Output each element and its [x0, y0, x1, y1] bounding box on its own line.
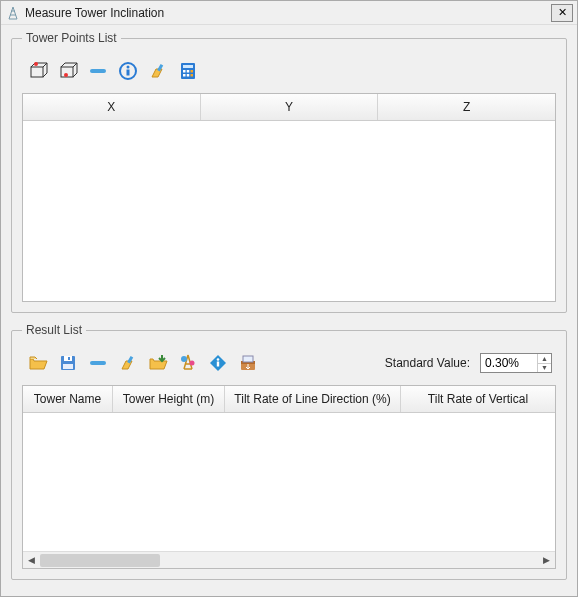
points-table-body	[23, 121, 555, 301]
delete-icon	[88, 61, 108, 81]
standard-value-input[interactable]	[481, 354, 537, 372]
content: Tower Points List	[1, 25, 577, 596]
svg-rect-26	[127, 356, 133, 364]
measure-top-icon	[28, 61, 48, 81]
spin-up-button[interactable]: ▲	[537, 354, 551, 364]
svg-rect-9	[127, 70, 130, 76]
spin-down-button[interactable]: ▼	[537, 364, 551, 373]
points-table-header: X Y Z	[23, 94, 555, 121]
svg-rect-11	[157, 64, 163, 72]
svg-rect-23	[63, 364, 73, 369]
scroll-track[interactable]	[40, 552, 538, 568]
calculate-button[interactable]	[176, 59, 200, 83]
open-button[interactable]	[26, 351, 50, 375]
points-col-y[interactable]: Y	[201, 94, 379, 120]
points-group: Tower Points List	[11, 31, 567, 313]
info-icon	[208, 353, 228, 373]
delete-icon	[88, 353, 108, 373]
svg-rect-13	[183, 65, 193, 68]
svg-rect-18	[187, 74, 190, 77]
delete-button[interactable]	[86, 59, 110, 83]
points-legend: Tower Points List	[22, 31, 121, 45]
close-button[interactable]: ✕	[551, 4, 573, 22]
result-delete-button[interactable]	[86, 351, 110, 375]
scroll-thumb[interactable]	[40, 554, 160, 567]
clear-icon	[118, 353, 138, 373]
svg-marker-25	[122, 361, 132, 369]
svg-rect-31	[217, 362, 219, 367]
result-group: Result List	[11, 323, 567, 580]
load-icon	[148, 353, 168, 373]
svg-line-4	[73, 63, 77, 67]
svg-point-2	[34, 62, 38, 66]
svg-point-28	[190, 361, 195, 366]
svg-point-5	[64, 73, 68, 77]
clear-icon	[148, 61, 168, 81]
info-icon	[118, 61, 138, 81]
standard-value-label: Standard Value:	[385, 356, 470, 370]
result-info-button[interactable]	[206, 351, 230, 375]
result-hscrollbar[interactable]: ◀ ▶	[23, 551, 555, 568]
result-table: Tower Name Tower Height (m) Tilt Rate of…	[22, 385, 556, 569]
open-icon	[28, 353, 48, 373]
clear-button[interactable]	[146, 59, 170, 83]
standard-value-spinner[interactable]: ▲ ▼	[480, 353, 552, 373]
measure-bottom-button[interactable]	[56, 59, 80, 83]
calculate-icon	[178, 61, 198, 81]
points-toolbar	[22, 53, 556, 93]
app-icon	[5, 5, 21, 21]
svg-point-30	[217, 358, 220, 361]
svg-rect-22	[68, 357, 70, 360]
info-button[interactable]	[116, 59, 140, 83]
points-col-z[interactable]: Z	[378, 94, 555, 120]
svg-line-1	[43, 63, 47, 67]
import-icon	[178, 353, 198, 373]
result-table-header: Tower Name Tower Height (m) Tilt Rate of…	[23, 386, 555, 413]
svg-rect-16	[191, 70, 194, 73]
svg-rect-24	[90, 361, 106, 365]
result-clear-button[interactable]	[116, 351, 140, 375]
svg-rect-14	[183, 70, 186, 73]
scroll-left-button[interactable]: ◀	[23, 552, 40, 568]
save-icon	[58, 353, 78, 373]
result-col-tilt-line[interactable]: Tilt Rate of Line Direction (%)	[225, 386, 401, 412]
svg-rect-17	[183, 74, 186, 77]
result-col-height[interactable]: Tower Height (m)	[113, 386, 225, 412]
svg-marker-10	[152, 69, 162, 77]
load-button[interactable]	[146, 351, 170, 375]
svg-rect-0	[31, 67, 43, 77]
scroll-right-button[interactable]: ▶	[538, 552, 555, 568]
window-title: Measure Tower Inclination	[25, 6, 551, 20]
svg-rect-6	[90, 69, 106, 73]
svg-rect-15	[187, 70, 190, 73]
save-button[interactable]	[56, 351, 80, 375]
result-col-name[interactable]: Tower Name	[23, 386, 113, 412]
measure-top-button[interactable]	[26, 59, 50, 83]
result-col-tilt-vert[interactable]: Tilt Rate of Vertical	[401, 386, 555, 412]
measure-bottom-icon	[58, 61, 78, 81]
result-table-body	[23, 413, 555, 551]
svg-rect-19	[191, 74, 194, 77]
svg-rect-34	[243, 356, 253, 362]
import-button[interactable]	[176, 351, 200, 375]
titlebar: Measure Tower Inclination ✕	[1, 1, 577, 25]
window: Measure Tower Inclination ✕ Tower Points…	[0, 0, 578, 597]
export-icon	[238, 353, 258, 373]
result-toolbar: Standard Value: ▲ ▼	[22, 345, 556, 385]
points-col-x[interactable]: X	[23, 94, 201, 120]
svg-point-27	[181, 356, 187, 362]
svg-point-8	[127, 66, 130, 69]
result-legend: Result List	[22, 323, 86, 337]
points-table: X Y Z	[22, 93, 556, 302]
export-button[interactable]	[236, 351, 260, 375]
